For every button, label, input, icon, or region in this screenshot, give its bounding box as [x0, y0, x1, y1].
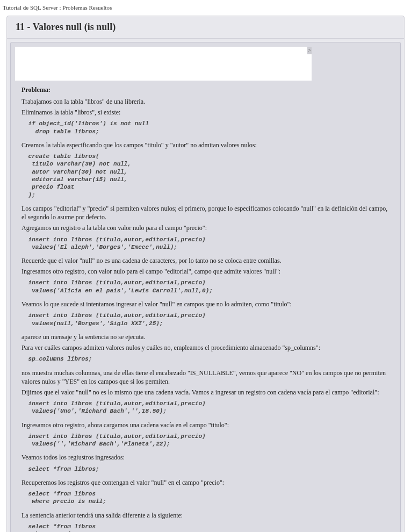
content-panel: > Problema: Trabajamos con la tabla "lib… — [10, 42, 401, 532]
ad-placeholder: > — [15, 47, 312, 81]
code-block: select *from libros; — [15, 465, 396, 473]
paragraph: Recuerde que el valor "null" no es una c… — [15, 256, 396, 265]
page-header: Tutorial de SQL Server : Problemas Resue… — [0, 0, 411, 13]
code-block: select *from libros where precio is null… — [15, 490, 396, 506]
code-block: if object_id('libros') is not null drop … — [15, 120, 396, 135]
corner-glyph: > — [307, 47, 312, 54]
paragraph: nos muestra muchas columnas, una de ella… — [15, 369, 396, 386]
paragraph: Creamos la tabla especificando que los c… — [15, 141, 396, 149]
code-block: insert into libros (titulo,autor,editori… — [15, 236, 396, 251]
paragraph: aparece un mensaje y la sentencia no se … — [15, 333, 396, 341]
code-block: create table libros( titulo varchar(30) … — [15, 153, 396, 199]
paragraph: Ingresamos otro registro, con valor nulo… — [15, 267, 396, 276]
paragraph: Agregamos un registro a la tabla con val… — [15, 224, 396, 232]
paragraph: Eliminamos la tabla "libros", si existe: — [15, 108, 396, 117]
paragraph: Los campos "editorial" y "precio" si per… — [15, 204, 396, 221]
problem-label: Problema: — [15, 86, 396, 94]
paragraph: Dijimos que el valor "null" no es lo mis… — [15, 388, 396, 397]
code-block: insert into libros (titulo,autor,editori… — [15, 312, 396, 327]
paragraph: Veamos todos los regiustros ingresados: — [15, 453, 396, 462]
code-block: insert into libros (titulo,autor,editori… — [15, 400, 396, 415]
paragraph: Ingresamos otro registro, ahora cargamos… — [15, 421, 396, 429]
code-block: sp_columns libros; — [15, 355, 396, 363]
code-block: insert into libros (titulo,autor,editori… — [15, 279, 396, 294]
code-block: select *from libros where precio=0; — [15, 523, 396, 532]
paragraph: La sentencia anterior tendrá una salida … — [15, 511, 396, 520]
paragraph: Veamos lo que sucede si intentamos ingre… — [15, 300, 396, 308]
paragraph: Trabajamos con la tabla "libros" de una … — [15, 97, 396, 106]
code-block: insert into libros (titulo,autor,editori… — [15, 433, 396, 448]
lesson-title: 11 - Valores null (is null) — [7, 16, 404, 39]
paragraph: Para ver cuáles campos admiten valores n… — [15, 343, 396, 352]
main-panel: 11 - Valores null (is null) > Problema: … — [6, 16, 405, 532]
paragraph: Recuperemos los registros que contengan … — [15, 478, 396, 487]
